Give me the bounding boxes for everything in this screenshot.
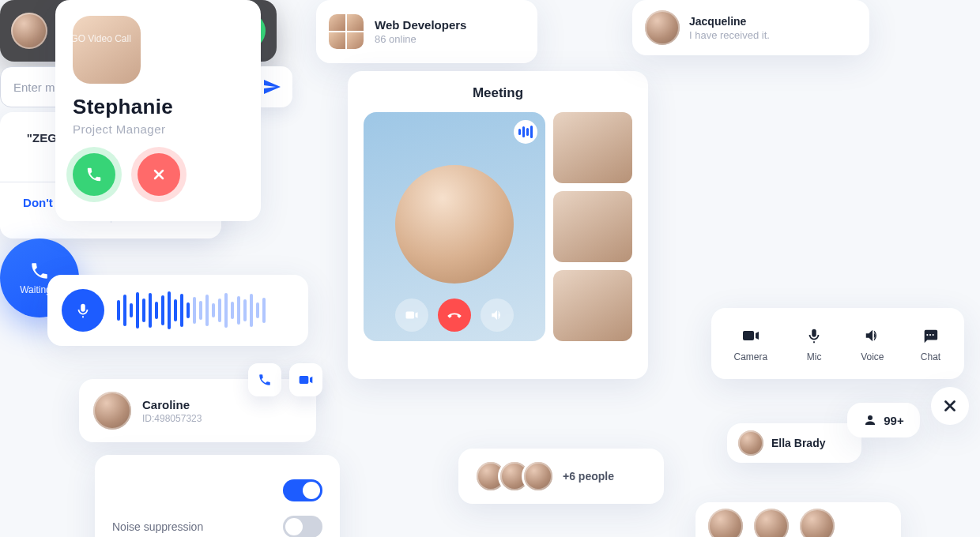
profile-name: Stephanie [73, 95, 243, 119]
people-count-label: +6 people [563, 470, 614, 483]
audio-call-button[interactable] [248, 363, 281, 396]
settings-card: Noise suppression [95, 455, 340, 537]
video-icon [405, 308, 419, 322]
noise-suppression-toggle[interactable] [283, 516, 322, 537]
close-icon [941, 397, 959, 415]
people-chip[interactable]: +6 people [458, 449, 664, 504]
participant-thumb-2[interactable] [553, 191, 632, 262]
toolbar-chat-label: Chat [921, 351, 940, 362]
audio-waveform [117, 291, 294, 330]
meeting-title: Meeting [364, 85, 632, 101]
profile-role: Project Manager [73, 122, 243, 136]
caller-avatar [11, 13, 47, 49]
contact-id: ID:498057323 [142, 413, 302, 424]
toolbar-camera-button[interactable]: Camera [733, 325, 767, 362]
close-button[interactable] [931, 387, 969, 425]
group-header[interactable]: Web Developers 86 online [316, 0, 537, 63]
strip-avatar [754, 509, 789, 537]
group-title: Web Developers [375, 18, 466, 32]
user-name-pill[interactable]: Ella Brady [727, 423, 861, 463]
toolbar-voice-button[interactable]: Voice [861, 325, 884, 362]
svg-point-1 [929, 334, 931, 336]
decline-call-button[interactable] [138, 153, 180, 196]
person-icon [863, 413, 877, 427]
speaker-icon [864, 327, 881, 344]
phone-icon [29, 261, 50, 281]
svg-point-0 [927, 334, 929, 336]
toolbar-voice-label: Voice [861, 351, 884, 362]
video-call-button[interactable] [289, 363, 322, 396]
microphone-icon [74, 302, 92, 319]
participant-thumb-1[interactable] [553, 112, 632, 183]
contact-chip[interactable]: Caroline ID:498057323 [79, 379, 316, 442]
toggle-speaker-button[interactable] [481, 299, 514, 332]
strip-avatar [708, 509, 743, 537]
strip-avatar [800, 509, 835, 537]
speaker-icon [490, 308, 504, 322]
group-avatar-grid [329, 14, 364, 49]
video-icon [741, 326, 760, 345]
toolbar-mic-label: Mic [807, 351, 822, 362]
toolbar-mic-button[interactable]: Mic [803, 325, 825, 362]
end-call-button[interactable] [438, 299, 471, 332]
chat-preview[interactable]: Jacqueline I have received it. [632, 0, 869, 55]
chat-avatar [645, 10, 680, 45]
contact-name: Caroline [142, 398, 302, 411]
avatar-stack [474, 460, 555, 493]
phone-icon [258, 373, 272, 387]
microphone-icon [805, 327, 823, 344]
phone-icon [85, 166, 103, 183]
toggle-video-button[interactable] [395, 299, 428, 332]
participant-thumb-3[interactable] [553, 270, 632, 341]
profile-avatar [73, 16, 141, 84]
avatar-strip [695, 502, 901, 537]
pill-name: Ella Brady [771, 437, 825, 449]
participant-count-pill[interactable]: 99+ [847, 403, 920, 437]
svg-point-2 [933, 334, 934, 336]
speaking-indicator-icon [514, 120, 537, 144]
microphone-button[interactable] [62, 289, 104, 332]
participant-count: 99+ [884, 414, 903, 427]
close-icon [151, 167, 167, 182]
send-icon [262, 77, 281, 96]
chat-last-message: I have received it. [689, 29, 770, 41]
setting-toggle-1[interactable] [283, 479, 322, 501]
chat-sender-name: Jacqueline [689, 15, 770, 28]
accept-call-button[interactable] [73, 153, 115, 196]
voice-waveform-card [47, 275, 308, 346]
phone-hangup-icon [447, 307, 462, 323]
chat-icon [922, 327, 939, 344]
noise-suppression-label: Noise suppression [112, 520, 203, 533]
meeting-main-video[interactable] [364, 112, 545, 341]
pill-avatar [738, 430, 763, 456]
group-online-count: 86 online [375, 33, 466, 45]
fab-label: Waiting... [20, 284, 59, 295]
video-icon [298, 372, 314, 388]
media-toolbar: Camera Mic Voice Chat [711, 308, 964, 379]
toolbar-camera-label: Camera [733, 351, 767, 362]
meeting-card: Meeting [348, 71, 648, 379]
toolbar-chat-button[interactable]: Chat [919, 325, 941, 362]
contact-avatar [93, 392, 131, 430]
call-subtitle: ZEGO Video Call [58, 33, 171, 44]
